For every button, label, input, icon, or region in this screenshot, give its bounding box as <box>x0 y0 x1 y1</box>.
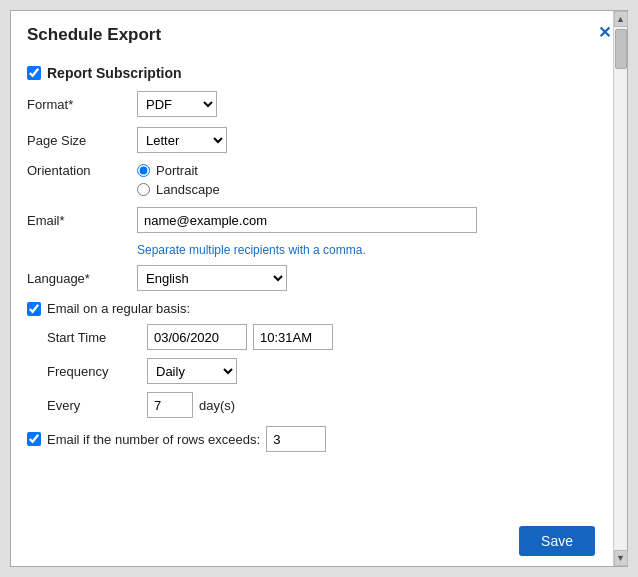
format-select[interactable]: PDF Excel CSV <box>137 91 217 117</box>
page-size-select[interactable]: Letter A4 Legal <box>137 127 227 153</box>
close-button[interactable]: ✕ <box>598 25 611 41</box>
page-size-label: Page Size <box>27 133 137 148</box>
email-label: Email* <box>27 213 137 228</box>
frequency-row: Frequency Daily Weekly Monthly <box>47 358 611 384</box>
dialog-body: Report Subscription Format* PDF Excel CS… <box>11 55 627 518</box>
orientation-landscape-item: Landscape <box>137 182 220 197</box>
scroll-up-arrow[interactable]: ▲ <box>614 11 628 27</box>
start-time-row: Start Time <box>47 324 611 350</box>
schedule-section: Start Time Frequency Daily Weekly Monthl… <box>47 324 611 418</box>
orientation-label: Orientation <box>27 163 137 178</box>
language-row: Language* English French Spanish German <box>27 265 611 291</box>
report-subscription-checkbox[interactable] <box>27 66 41 80</box>
report-subscription-row: Report Subscription <box>27 65 611 81</box>
email-regular-checkbox[interactable] <box>27 302 41 316</box>
email-hint: Separate multiple recipients with a comm… <box>137 243 611 257</box>
row-limit-input[interactable] <box>266 426 326 452</box>
scroll-thumb[interactable] <box>615 29 627 69</box>
orientation-portrait-radio[interactable] <box>137 164 150 177</box>
format-row: Format* PDF Excel CSV <box>27 91 611 117</box>
schedule-export-dialog: ▲ ▼ Schedule Export ✕ Report Subscriptio… <box>10 10 628 567</box>
dialog-footer: Save <box>11 518 627 566</box>
page-size-row: Page Size Letter A4 Legal <box>27 127 611 153</box>
row-limit-label: Email if the number of rows exceeds: <box>47 432 260 447</box>
save-button[interactable]: Save <box>519 526 595 556</box>
row-limit-row: Email if the number of rows exceeds: <box>27 426 611 452</box>
language-label: Language* <box>27 271 137 286</box>
scrollbar[interactable]: ▲ ▼ <box>613 11 627 566</box>
every-label: Every <box>47 398 147 413</box>
start-time-label: Start Time <box>47 330 147 345</box>
every-input[interactable] <box>147 392 193 418</box>
orientation-portrait-label: Portrait <box>156 163 198 178</box>
frequency-select[interactable]: Daily Weekly Monthly <box>147 358 237 384</box>
dialog-header: Schedule Export ✕ <box>11 11 627 55</box>
orientation-landscape-radio[interactable] <box>137 183 150 196</box>
every-row: Every day(s) <box>47 392 611 418</box>
email-regular-row: Email on a regular basis: <box>27 301 611 316</box>
scroll-down-arrow[interactable]: ▼ <box>614 550 628 566</box>
orientation-radio-group: Portrait Landscape <box>137 163 220 197</box>
email-input[interactable] <box>137 207 477 233</box>
every-unit: day(s) <box>199 398 235 413</box>
orientation-landscape-label: Landscape <box>156 182 220 197</box>
dialog-title: Schedule Export <box>27 25 161 45</box>
language-select[interactable]: English French Spanish German <box>137 265 287 291</box>
start-time-input[interactable] <box>253 324 333 350</box>
format-label: Format* <box>27 97 137 112</box>
orientation-portrait-item: Portrait <box>137 163 220 178</box>
start-date-input[interactable] <box>147 324 247 350</box>
row-limit-checkbox[interactable] <box>27 432 41 446</box>
email-regular-label: Email on a regular basis: <box>47 301 190 316</box>
email-row: Email* <box>27 207 611 233</box>
report-subscription-label: Report Subscription <box>47 65 182 81</box>
frequency-label: Frequency <box>47 364 147 379</box>
orientation-row: Orientation Portrait Landscape <box>27 163 611 197</box>
